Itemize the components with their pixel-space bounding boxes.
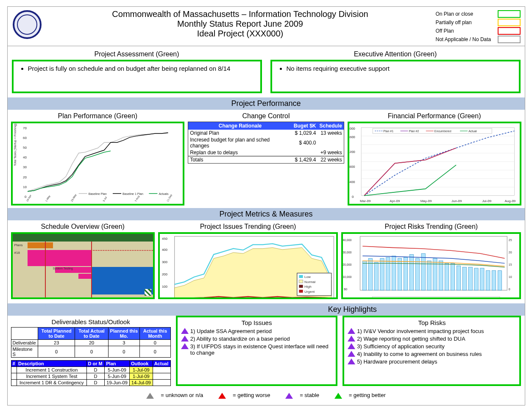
triangle-stable-icon (181, 343, 189, 349)
svg-text:400: 400 (349, 180, 355, 184)
svg-rect-103 (376, 299, 381, 299)
status-legend: On Plan or close Partially off plan Off … (434, 7, 525, 46)
svg-text:Apr-09: Apr-09 (390, 199, 400, 203)
svg-text:0: 0 (509, 288, 510, 291)
triangle-worse-icon (218, 393, 226, 399)
schedule-overview-chart: Plans #18 System Testing (11, 232, 155, 299)
svg-rect-88 (421, 253, 425, 290)
exec-box: No items requiring executive support (270, 60, 521, 93)
kh-band: Key Highlights (328, 305, 377, 314)
triangle-better-icon (334, 393, 342, 399)
report-header: Commonwealth of Massachusetts – Informat… (8, 7, 525, 46)
svg-text:Normal: Normal (304, 280, 315, 284)
svg-rect-85 (404, 258, 408, 290)
table-row: Deliverable 2320 30 (11, 340, 170, 346)
change-control-table: Change Rationale Buget $K Schedule Origi… (188, 122, 344, 164)
list-item: 1) Update SSA Agreement period (190, 328, 332, 334)
trend-legend: = unknown or n/a = getting worse = stabl… (8, 389, 525, 401)
table-row: Increment 1 System Test D 5-Jun-09 1-Jul… (11, 373, 170, 380)
svg-text:0: 0 (352, 195, 354, 199)
svg-text:1-May: 1-May (45, 195, 50, 202)
legend-partial: Partially off plan (436, 19, 495, 25)
svg-text:100: 100 (162, 285, 168, 289)
svg-rect-99 (486, 271, 490, 290)
triangle-stable-icon (348, 328, 355, 334)
svg-text:Mar-09: Mar-09 (360, 199, 371, 203)
svg-text:10: 10 (509, 275, 512, 278)
svg-text:40: 40 (23, 156, 27, 159)
svg-rect-80 (374, 262, 378, 290)
cc-th-sched: Schedule (318, 122, 343, 130)
svg-rect-94 (457, 266, 460, 290)
assessment-heading: Project Assessment (Green) (12, 50, 262, 58)
svg-text:High: High (304, 285, 312, 289)
plan-performance-chart: 01020 304050 6070 Total Tasks (Startup =… (11, 122, 185, 206)
svg-text:20: 20 (509, 251, 512, 254)
header-line2: Monthly Status Report June 2009 (47, 19, 434, 29)
triangle-stable-icon (348, 343, 355, 349)
title-block: Commonwealth of Massachusetts – Informat… (47, 7, 434, 43)
svg-text:50: 50 (23, 146, 27, 150)
svg-text:29-May: 29-May (70, 194, 77, 202)
fin-perf-heading: Financial Performance (Green) (348, 112, 521, 120)
svg-text:10: 10 (23, 185, 27, 189)
svg-text:300: 300 (162, 260, 168, 264)
svg-rect-82 (386, 258, 390, 290)
svg-text:1200: 1200 (349, 150, 355, 154)
svg-rect-63 (299, 285, 303, 288)
svg-text:Worst Case: Worst Case (418, 298, 433, 299)
svg-text:400: 400 (162, 248, 168, 252)
svg-text:2000: 2000 (349, 127, 355, 131)
svg-text:Actuals: Actuals (159, 192, 168, 195)
top-risks-box: Top Risks 1) IV&V Vendor involvement imp… (343, 316, 521, 386)
svg-text:20: 20 (23, 175, 27, 179)
svg-text:Plan #2: Plan #2 (409, 130, 419, 133)
svg-text:15: 15 (509, 263, 512, 266)
svg-text:1600: 1600 (349, 135, 355, 139)
svg-rect-90 (433, 258, 437, 290)
svg-rect-102 (373, 297, 500, 299)
assessment-item: Project is fully on schedule and on budg… (28, 65, 254, 72)
svg-text:May-09: May-09 (421, 199, 432, 203)
svg-rect-59 (299, 275, 303, 278)
list-item: 5) Hardware procurement delays (357, 358, 516, 365)
legend-on-plan: On Plan or close (436, 11, 495, 17)
triangle-stable-icon (285, 393, 293, 399)
svg-text:Likely Case: Likely Case (454, 298, 470, 299)
svg-rect-86 (409, 255, 413, 290)
band-perf: Project Performance (8, 97, 525, 110)
svg-rect-92 (445, 263, 449, 290)
svg-text:0: 0 (25, 195, 27, 199)
header-line3: Ideal Project (XXX000) (47, 29, 434, 39)
svg-text:Total Tasks (Startup = Finishi: Total Tasks (Startup = Finishing) (14, 124, 17, 166)
sched-heading: Schedule Overview (Green) (11, 223, 155, 230)
svg-text:Jul-09: Jul-09 (482, 199, 491, 203)
triangle-stable-icon (348, 351, 355, 357)
dlv-heading: Deliverables Status/Outlook (11, 318, 171, 325)
change-ctrl-heading: Change Control (188, 112, 344, 120)
assessment-box: Project is fully on schedule and on budg… (12, 60, 262, 93)
list-item: 3) Sufficiency of application security (357, 343, 516, 350)
svg-text:Low: Low (304, 275, 311, 279)
svg-rect-91 (439, 261, 443, 290)
svg-rect-100 (492, 271, 496, 290)
table-row: Milestone S 00 00 (11, 346, 170, 358)
header-line1: Commonwealth of Massachusetts – Informat… (47, 9, 434, 19)
svg-rect-93 (451, 263, 455, 290)
svg-text:25: 25 (509, 239, 512, 242)
svg-rect-78 (362, 261, 366, 290)
table-row: Increment 1 DR & Contingency D 19-Jun-09… (11, 380, 170, 386)
svg-text:Baseline Plan: Baseline Plan (88, 192, 106, 195)
issues-trending-chart: 0100200 300400450 Low Normal High Urgent (158, 232, 338, 299)
svg-text:Plan #1: Plan #1 (383, 130, 393, 133)
list-item: 3) If UIFPDS stays in existence Quest in… (190, 343, 332, 356)
svg-text:450: 450 (162, 237, 168, 241)
svg-rect-65 (299, 290, 303, 293)
svg-text:200: 200 (162, 272, 168, 276)
svg-rect-61 (299, 280, 303, 283)
svg-text:Baseline 1 Plan: Baseline 1 Plan (123, 192, 143, 195)
triangle-stable-icon (181, 328, 189, 334)
triangle-unknown-icon (146, 393, 154, 399)
svg-rect-87 (415, 258, 419, 290)
legend-na: Not Applicable / No Data (436, 36, 495, 42)
